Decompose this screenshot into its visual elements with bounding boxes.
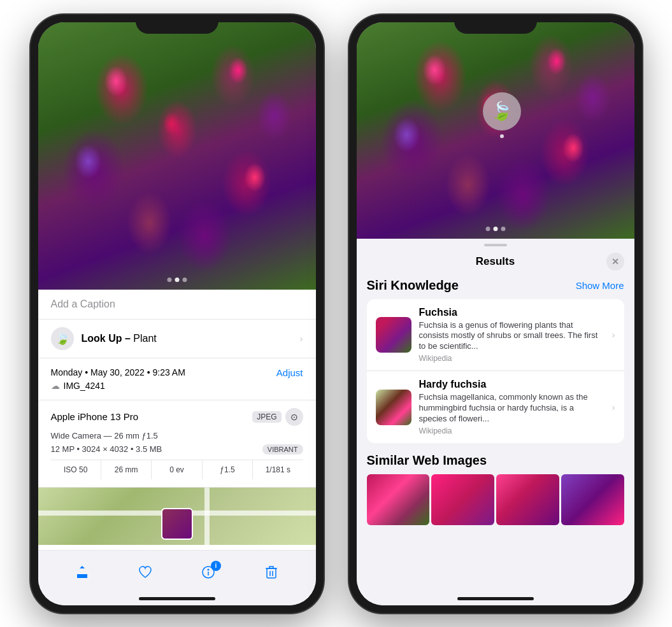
right-notch [454, 15, 537, 34]
camera-settings-icon[interactable]: ⊙ [285, 408, 303, 426]
leaf-icon: 🍃 [55, 332, 69, 346]
similar-img-4[interactable] [561, 474, 624, 525]
svg-rect-3 [267, 568, 276, 578]
card-source-fuchsia: Wikipedia [419, 354, 602, 363]
results-content: Siri Knowledge Show More Fuchsia Fuchsia… [357, 278, 634, 593]
knowledge-card-fuchsia[interactable]: Fuchsia Fuchsia is a genus of flowering … [367, 299, 624, 372]
similar-title: Similar Web Images [367, 453, 624, 468]
lookup-subject: Plant [133, 333, 156, 344]
favorite-button[interactable] [131, 558, 159, 586]
date-row: Monday • May 30, 2022 • 9:23 AM Adjust [51, 367, 303, 378]
adjust-button[interactable]: Adjust [276, 367, 303, 378]
knowledge-card-hardy[interactable]: Hardy fuchsia Fuchsia magellanica, commo… [367, 371, 624, 443]
device-name: Apple iPhone 13 Pro [51, 411, 139, 422]
handle-bar [484, 244, 507, 246]
map-road-vertical [204, 488, 210, 545]
mp-row: 12 MP • 3024 × 4032 • 3.5 MB VIBRANT [51, 444, 303, 454]
share-button[interactable] [68, 558, 96, 586]
left-screen: Add a Caption 🍃 Look Up – Plant › Monday… [38, 22, 316, 605]
rdot-1 [485, 227, 490, 231]
exif-iso: ISO 50 [51, 460, 101, 479]
siri-knowledge-header: Siri Knowledge Show More [367, 278, 624, 293]
similar-img-2[interactable] [431, 474, 494, 525]
info-section: Add a Caption 🍃 Look Up – Plant › Monday… [38, 290, 316, 550]
right-flower-photo [357, 22, 634, 239]
knowledge-cards: Fuchsia Fuchsia is a genus of flowering … [367, 299, 624, 443]
toolbar: i [38, 550, 316, 593]
info-button[interactable]: i [194, 558, 222, 586]
card-info-hardy: Hardy fuchsia Fuchsia magellanica, commo… [419, 379, 602, 435]
right-phone: 🍃 Results ✕ Siri Knowledge [349, 15, 642, 613]
dot-1 [167, 278, 171, 282]
rdot-2 [493, 227, 497, 231]
right-screen: 🍃 Results ✕ Siri Knowledge [357, 22, 634, 605]
rdot-3 [501, 227, 505, 231]
cloud-icon: ☁ [51, 381, 60, 391]
home-indicator [38, 593, 316, 605]
lookup-chevron-icon: › [300, 334, 303, 344]
notch [136, 15, 218, 34]
siri-dot [500, 134, 504, 138]
info-badge: i [211, 561, 221, 571]
similar-images [367, 474, 624, 525]
flower-photo [38, 22, 316, 290]
device-badges: JPEG ⊙ [252, 408, 303, 426]
map-area[interactable] [38, 488, 316, 545]
card-source-hardy: Wikipedia [419, 426, 602, 435]
device-row: Apple iPhone 13 Pro JPEG ⊙ [51, 408, 303, 426]
delete-button[interactable] [257, 558, 285, 586]
lookup-text: Look Up – Plant [82, 333, 157, 344]
card-chevron-fuchsia: › [612, 330, 615, 340]
similar-section: Similar Web Images [367, 453, 624, 525]
map-photo-thumb [161, 508, 193, 540]
right-home-bar [457, 597, 534, 600]
card-info-fuchsia: Fuchsia Fuchsia is a genus of flowering … [419, 307, 602, 363]
similar-img-1[interactable] [367, 474, 430, 525]
siri-knowledge-title: Siri Knowledge [367, 278, 459, 293]
svg-point-2 [208, 569, 209, 570]
lookup-row[interactable]: 🍃 Look Up – Plant › [38, 320, 316, 358]
right-photo-dots [485, 227, 505, 231]
photo-display[interactable] [38, 22, 316, 290]
mp-info: 12 MP • 3024 × 4032 • 3.5 MB [51, 444, 162, 454]
results-header: Results ✕ [357, 249, 634, 278]
right-photo-display[interactable]: 🍃 [357, 22, 634, 239]
close-button[interactable]: ✕ [606, 253, 624, 271]
results-panel: Results ✕ Siri Knowledge Show More Fuchs… [357, 239, 634, 593]
siri-icon: 🍃 [51, 327, 74, 350]
filename: IMG_4241 [64, 381, 105, 391]
similar-img-3[interactable] [496, 474, 559, 525]
home-bar [139, 597, 215, 600]
caption-field[interactable]: Add a Caption [38, 290, 316, 320]
card-title-fuchsia: Fuchsia [419, 307, 602, 318]
vibrant-badge: VIBRANT [262, 444, 303, 454]
exif-row: ISO 50 26 mm 0 ev ƒ1.5 1/181 s [51, 460, 303, 479]
show-more-button[interactable]: Show More [576, 280, 624, 291]
caption-placeholder: Add a Caption [51, 299, 115, 309]
camera-info: Wide Camera — 26 mm ƒ1.5 [51, 431, 303, 440]
card-thumb-fuchsia [376, 317, 411, 353]
left-phone: Add a Caption 🍃 Look Up – Plant › Monday… [31, 15, 324, 613]
jpeg-badge: JPEG [252, 411, 281, 423]
exif-shutter: 1/181 s [253, 460, 303, 479]
lookup-bold: Look Up – [82, 333, 134, 344]
exif-aperture: ƒ1.5 [203, 460, 253, 479]
device-section: Apple iPhone 13 Pro JPEG ⊙ Wide Camera —… [38, 400, 316, 488]
photo-dots [167, 278, 187, 282]
results-handle [357, 239, 634, 249]
exif-ev: 0 ev [152, 460, 202, 479]
results-title: Results [385, 255, 606, 268]
card-chevron-hardy: › [612, 402, 615, 412]
card-desc-hardy: Fuchsia magellanica, commonly known as t… [419, 392, 602, 425]
card-title-hardy: Hardy fuchsia [419, 379, 602, 390]
meta-section: Monday • May 30, 2022 • 9:23 AM Adjust ☁… [38, 358, 316, 400]
card-thumb-hardy [376, 390, 411, 425]
dot-2 [175, 278, 179, 282]
exif-focal: 26 mm [101, 460, 152, 479]
siri-visual-circle[interactable]: 🍃 [483, 92, 521, 130]
card-desc-fuchsia: Fuchsia is a genus of flowering plants t… [419, 320, 602, 353]
right-home-indicator [357, 593, 634, 605]
date-text: Monday • May 30, 2022 • 9:23 AM [51, 367, 185, 377]
filename-row: ☁ IMG_4241 [51, 381, 303, 391]
dot-3 [182, 278, 187, 282]
